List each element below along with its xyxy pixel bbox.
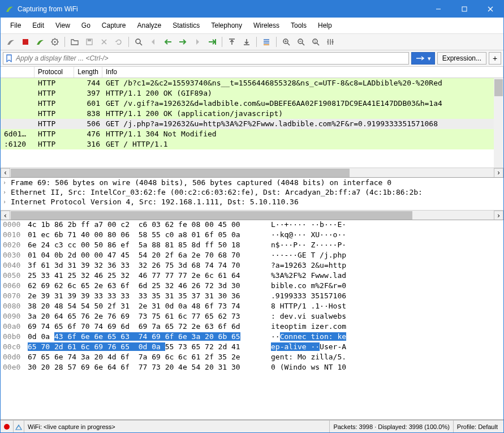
- col-addr[interactable]: [1, 67, 35, 78]
- hex-row[interactable]: 008038 20 48 54 54 50 2f 31 2e 31 0d 0a …: [1, 302, 503, 312]
- scroll-left-icon[interactable]: ‹: [1, 211, 10, 220]
- menu-telephony[interactable]: Telephony: [206, 20, 247, 31]
- display-filter-field[interactable]: [16, 54, 406, 62]
- zoom-reset-button[interactable]: 1: [309, 36, 322, 48]
- hex-row[interactable]: 00702e 39 31 39 39 33 33 33 33 35 31 35 …: [1, 291, 503, 302]
- svg-line-12: [140, 43, 142, 45]
- toolbar-separator: [256, 37, 257, 47]
- restart-capture-button[interactable]: [33, 36, 47, 48]
- hex-row[interactable]: 001001 ec 6b 71 40 00 80 06 58 55 c0 a8 …: [1, 230, 503, 241]
- toolbar-separator: [222, 37, 222, 47]
- scroll-right-icon[interactable]: ›: [494, 211, 503, 220]
- menu-go[interactable]: Go: [76, 20, 96, 31]
- panes: Protocol Length Info HTTP744GET /b?c1=2&…: [1, 67, 503, 420]
- hex-row[interactable]: 00e030 20 28 57 69 6e 64 6f 77 73 20 4e …: [1, 363, 503, 373]
- hex-row[interactable]: 00403f 61 3d 31 39 32 36 33 32 26 75 3d …: [1, 261, 503, 271]
- resize-cols-button[interactable]: [324, 36, 337, 48]
- packet-row[interactable]: HTTP506GET /j.php?a=192632&u=http%3A%2F%…: [1, 119, 503, 129]
- statusbar: WiFi: <live capture in progress> Packets…: [1, 420, 503, 432]
- back-button[interactable]: [161, 36, 175, 48]
- reload-button[interactable]: [112, 36, 126, 48]
- capture-active-indicator[interactable]: [3, 421, 14, 432]
- hex-row[interactable]: 005025 33 41 25 32 46 25 32 46 77 77 77 …: [1, 271, 503, 281]
- packet-list-header[interactable]: Protocol Length Info: [1, 67, 503, 78]
- hex-row[interactable]: 00c065 70 2d 61 6c 69 76 65 0d 0a 55 73 …: [1, 342, 503, 353]
- col-protocol[interactable]: Protocol: [35, 67, 74, 78]
- hex-row[interactable]: 00b00d 0a 43 6f 6e 6e 65 63 74 69 6f 6e …: [1, 332, 503, 342]
- menu-file[interactable]: File: [5, 20, 26, 31]
- svg-line-25: [302, 43, 304, 45]
- find-button[interactable]: [132, 36, 145, 48]
- zoom-in-button[interactable]: [279, 36, 293, 48]
- open-button[interactable]: [68, 36, 81, 48]
- packet-details-pane[interactable]: ›Frame 69: 506 bytes on wire (4048 bits)…: [1, 178, 503, 220]
- menu-statistics[interactable]: Statistics: [167, 20, 205, 31]
- hex-row[interactable]: 00a069 74 65 6f 70 74 69 6d 69 7a 65 72 …: [1, 322, 503, 332]
- svg-rect-4: [23, 39, 28, 45]
- menu-analyze[interactable]: Analyze: [132, 20, 167, 31]
- detail-row[interactable]: ›Ethernet II, Src: IntelCor_03:62:fe (00…: [1, 187, 503, 197]
- packet-row[interactable]: HTTP601GET /v.gif?a=192632&d=ladbible.co…: [1, 98, 503, 109]
- last-button[interactable]: [240, 36, 253, 48]
- toolbar-separator: [64, 37, 65, 47]
- display-filter-input[interactable]: [3, 52, 409, 65]
- expand-icon[interactable]: ›: [3, 199, 11, 205]
- zoom-out-button[interactable]: [294, 36, 308, 48]
- options-button[interactable]: [48, 36, 62, 48]
- col-info[interactable]: Info: [102, 67, 503, 78]
- packet-row[interactable]: HTTP838HTTP/1.1 200 OK (application/java…: [1, 109, 503, 119]
- hex-row[interactable]: 006062 69 62 6c 65 2e 63 6f 6d 25 32 46 …: [1, 281, 503, 291]
- hex-row[interactable]: 00004c 1b 86 2b ff a7 00 c2 c6 03 62 fe …: [1, 220, 503, 230]
- menu-capture[interactable]: Capture: [97, 20, 131, 31]
- forward-button[interactable]: [176, 36, 189, 48]
- window-title: Capturing from WiFi: [18, 5, 425, 13]
- menu-wireless[interactable]: Wireless: [248, 20, 285, 31]
- packet-row[interactable]: :6120HTTP316GET / HTTP/1.1: [1, 139, 503, 149]
- expert-info-button[interactable]: [14, 421, 24, 432]
- close-button[interactable]: [97, 36, 111, 48]
- expand-icon[interactable]: ›: [3, 179, 11, 186]
- menu-tools[interactable]: Tools: [286, 20, 312, 31]
- titlebar[interactable]: Capturing from WiFi: [1, 1, 503, 18]
- first-button[interactable]: [225, 36, 239, 48]
- menu-view[interactable]: View: [50, 20, 75, 31]
- maximize-button[interactable]: [451, 1, 477, 18]
- status-profile[interactable]: Profile: Default: [454, 421, 501, 432]
- close-button[interactable]: [477, 1, 503, 18]
- menu-help[interactable]: Help: [313, 20, 337, 31]
- app-window: Capturing from WiFi FileEditViewGoCaptur…: [0, 0, 504, 433]
- scroll-left-icon[interactable]: ‹: [1, 168, 10, 178]
- packet-list-body[interactable]: HTTP744GET /b?c1=2&c2=15593740&ns__t=155…: [1, 78, 503, 168]
- auto-scroll-button[interactable]: [260, 36, 273, 48]
- scroll-right-icon[interactable]: ›: [494, 168, 503, 178]
- menu-edit[interactable]: Edit: [27, 20, 49, 31]
- details-hscroll[interactable]: ‹ ›: [1, 210, 503, 220]
- hex-row[interactable]: 00206e 24 c3 cc 00 50 86 ef 5a 88 81 85 …: [1, 241, 503, 251]
- expand-icon[interactable]: ›: [3, 189, 11, 195]
- stop-capture-button[interactable]: [19, 36, 32, 48]
- jump-button[interactable]: [205, 36, 219, 48]
- expression-button[interactable]: Expression...: [437, 52, 486, 65]
- packet-list-vscroll[interactable]: [494, 78, 503, 168]
- detail-row[interactable]: ›Internet Protocol Version 4, Src: 192.1…: [1, 197, 503, 207]
- add-filter-button[interactable]: +: [489, 52, 501, 65]
- status-packets: Packets: 3998 · Displayed: 3998 (100.0%): [330, 421, 453, 432]
- col-length[interactable]: Length: [74, 67, 102, 78]
- save-button[interactable]: [83, 36, 96, 48]
- back-grey-button[interactable]: [147, 36, 160, 48]
- packet-list-hscroll[interactable]: ‹ ›: [1, 168, 503, 177]
- packet-row[interactable]: HTTP397HTTP/1.1 200 OK (GIF89a): [1, 88, 503, 98]
- start-capture-button[interactable]: [4, 36, 18, 48]
- packet-row[interactable]: HTTP744GET /b?c1=2&c2=15593740&ns__t=155…: [1, 78, 503, 88]
- svg-rect-8: [88, 39, 91, 41]
- packet-bytes-pane[interactable]: 00004c 1b 86 2b ff a7 00 c2 c6 03 62 fe …: [1, 220, 503, 420]
- packet-row[interactable]: 6d01…HTTP476HTTP/1.1 304 Not Modified: [1, 129, 503, 139]
- forward-grey-button[interactable]: [191, 36, 204, 48]
- minimize-button[interactable]: [425, 1, 451, 18]
- filter-apply-button[interactable]: ▾: [411, 52, 435, 65]
- hex-row[interactable]: 00d067 65 6e 74 3a 20 4d 6f 7a 69 6c 6c …: [1, 353, 503, 363]
- hex-row[interactable]: 003001 04 0b 2d 00 00 47 45 54 20 2f 6a …: [1, 251, 503, 261]
- detail-row[interactable]: ›Frame 69: 506 bytes on wire (4048 bits)…: [1, 178, 503, 187]
- hex-row[interactable]: 00903a 20 64 65 76 2e 76 69 73 75 61 6c …: [1, 312, 503, 322]
- toolbar-separator: [128, 37, 129, 47]
